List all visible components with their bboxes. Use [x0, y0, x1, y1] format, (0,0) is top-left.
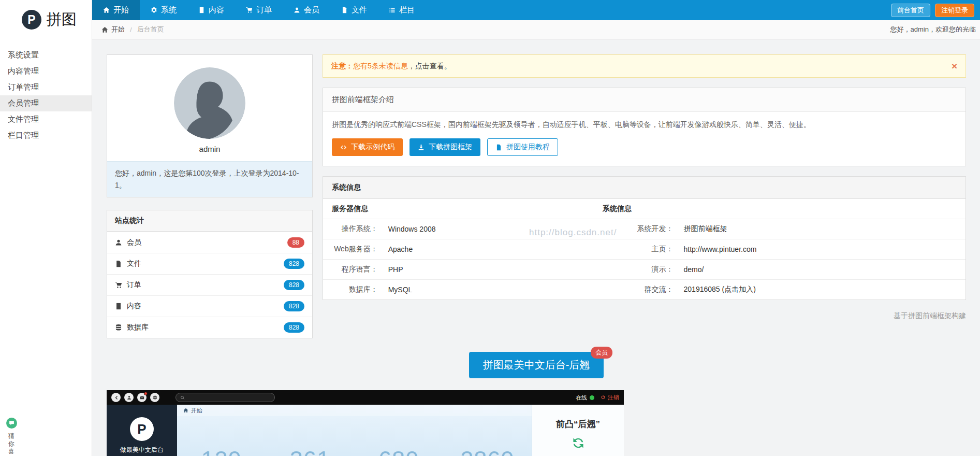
sidebar-item-content[interactable]: 内容管理	[0, 63, 92, 79]
stat-count-badge: 828	[284, 259, 304, 269]
promo-button[interactable]: 拼图最美中文后台-后翘 会员	[469, 352, 604, 378]
stat-row-content[interactable]: 内容 828	[107, 295, 312, 317]
left-column: admin 您好，admin，这是您第100次登录，上次登录为2014-10-1…	[107, 54, 313, 338]
sidebar-item-files[interactable]: 文件管理	[0, 111, 92, 127]
sidebar-item-orders[interactable]: 订单管理	[0, 79, 92, 95]
preview-stat-content: 129 内容	[177, 416, 266, 456]
sidebar-item-columns[interactable]: 栏目管理	[0, 127, 92, 144]
site-stats-panel: 站点统计 会员 88 文件 828 订单 828	[107, 210, 313, 338]
row-label: 数据库：	[323, 280, 381, 300]
demo-link[interactable]: demo/	[677, 260, 966, 280]
preview-slogan: 做最美中文后台	[120, 446, 164, 454]
user-icon	[115, 239, 122, 246]
qq-group-link[interactable]: 201916085 (点击加入)	[677, 280, 966, 300]
tab-label: 栏目	[399, 5, 415, 15]
guess-you-like-widget[interactable]: 猜 你 喜 欢	[5, 418, 18, 456]
preview-main: 开始 129 内容 361 会员 680 产品	[177, 405, 532, 456]
stat-label: 订单	[127, 280, 141, 290]
tab-files[interactable]: 文件	[330, 0, 378, 20]
breadcrumb-home[interactable]: 开始	[101, 25, 125, 34]
tab-label: 订单	[256, 5, 272, 15]
sidebar-item-label: 系统设置	[8, 50, 39, 60]
table-row: 操作系统： Windows 2008 系统开发： 拼图前端框架	[323, 219, 966, 239]
brand-logo[interactable]: P 拼图	[0, 0, 92, 39]
tab-members[interactable]: 会员	[283, 0, 330, 20]
float-char: 猜	[8, 432, 14, 440]
sidebar-item-members[interactable]: 会员管理	[0, 95, 92, 111]
stat-row-database[interactable]: 数据库 828	[107, 317, 312, 338]
stat-row-files[interactable]: 文件 828	[107, 253, 312, 274]
tab-system[interactable]: 系统	[140, 0, 187, 20]
stat-row-members[interactable]: 会员 88	[107, 232, 312, 253]
row-label: 程序语言：	[323, 260, 381, 280]
online-dot	[590, 395, 594, 400]
sidebar-item-label: 会员管理	[8, 98, 39, 108]
tutorial-button[interactable]: 拼图使用教程	[487, 138, 558, 156]
cart-icon	[115, 281, 122, 289]
system-info-table: 服务器信息 系统信息 操作系统： Windows 2008 系统开发： 拼图前端…	[323, 199, 966, 300]
site-stats-title: 站点统计	[107, 210, 312, 232]
code-icon	[340, 144, 347, 151]
doc-icon	[115, 303, 122, 310]
tab-label: 系统	[161, 5, 177, 15]
unread-alert: 注意： 您有5条未读信息 ，点击查看。 ×	[323, 54, 966, 78]
homepage-link[interactable]: http://www.pintuer.com	[677, 239, 966, 260]
download-framework-button[interactable]: 下载拼图框架	[409, 138, 480, 156]
tab-columns[interactable]: 栏目	[378, 0, 426, 20]
stat-row-orders[interactable]: 订单 828	[107, 274, 312, 295]
preview-search-input	[175, 393, 275, 402]
breadcrumb-separator: /	[130, 26, 132, 34]
avatar	[174, 67, 245, 139]
sidebar-item-label: 文件管理	[8, 115, 39, 124]
guess-you-like-label[interactable]: 猜 你 喜 欢	[8, 432, 14, 456]
button-label: 下载拼图框架	[429, 142, 472, 152]
notification-dot	[144, 392, 148, 395]
template-preview[interactable]: 在线 注销 P 做最美中文后台 超级管理员 开始 129	[107, 390, 624, 456]
footer-note: 基于拼图前端框架构建	[323, 311, 966, 321]
stat-label: 文件	[127, 259, 141, 268]
logout-button[interactable]: 注销登录	[935, 4, 974, 17]
button-label: 下载示例代码	[351, 142, 394, 152]
chat-icon[interactable]	[6, 418, 17, 429]
float-char: 喜	[8, 448, 14, 455]
row-label: 群交流：	[599, 280, 677, 300]
sidebar-item-system-settings[interactable]: 系统设置	[0, 47, 92, 63]
main-content: admin 您好，admin，这是您第100次登录，上次登录为2014-10-1…	[92, 39, 980, 456]
app-sidebar: P 拼图 系统设置 内容管理 订单管理 会员管理 文件管理 栏目管理	[0, 0, 92, 456]
tab-label: 会员	[304, 5, 319, 15]
frontend-home-button[interactable]: 前台首页	[891, 4, 930, 17]
profile-login-info: 您好，admin，这是您第100次登录，上次登录为2014-10-1。	[107, 161, 312, 197]
database-icon	[115, 324, 122, 331]
row-value: PHP	[381, 260, 599, 280]
home-icon	[103, 7, 110, 13]
row-label: Web服务器：	[323, 239, 381, 260]
table-header-row: 服务器信息 系统信息	[323, 199, 966, 219]
tab-content[interactable]: 内容	[187, 0, 235, 20]
online-label: 在线	[576, 394, 587, 402]
tab-start[interactable]: 开始	[92, 0, 140, 20]
preview-topbar: 在线 注销	[107, 390, 624, 405]
breadcrumb-home-label: 开始	[111, 25, 125, 34]
online-status: 在线	[576, 394, 594, 402]
close-icon[interactable]: ×	[952, 61, 957, 71]
breadcrumb-current: 后台首页	[137, 25, 164, 34]
tab-label: 内容	[209, 5, 224, 15]
cart-icon	[246, 7, 253, 13]
preview-stats: 129 内容 361 会员 680 产品 2869 订单	[177, 416, 532, 456]
download-example-button[interactable]: 下载示例代码	[332, 138, 403, 156]
intro-text: 拼图是优秀的响应式前端CSS框架，国内前端框架先驱及领导者，自动适应手机、平板、…	[332, 120, 957, 130]
top-nav: 开始 系统 内容 订单 会员 文件 栏目 前台首页 注销登录	[92, 0, 980, 20]
preview-right-panel: 前凸“后翘” 历时打造	[532, 405, 624, 456]
alert-attention: 注意：	[331, 62, 353, 71]
stat-count-badge: 88	[287, 237, 304, 248]
doc-icon	[495, 144, 502, 151]
stat-count-badge: 828	[284, 280, 304, 290]
profile-card: admin 您好，admin，这是您第100次登录，上次登录为2014-10-1…	[107, 54, 313, 197]
promo-wrap: 拼图最美中文后台-后翘 会员	[107, 352, 966, 378]
doc-icon	[198, 7, 205, 13]
promo-label: 拼图最美中文后台-后翘	[483, 359, 590, 370]
tab-orders[interactable]: 订单	[235, 0, 283, 20]
profile-username: admin	[107, 145, 312, 153]
file-icon	[341, 7, 348, 13]
row-value: Windows 2008	[381, 219, 599, 239]
